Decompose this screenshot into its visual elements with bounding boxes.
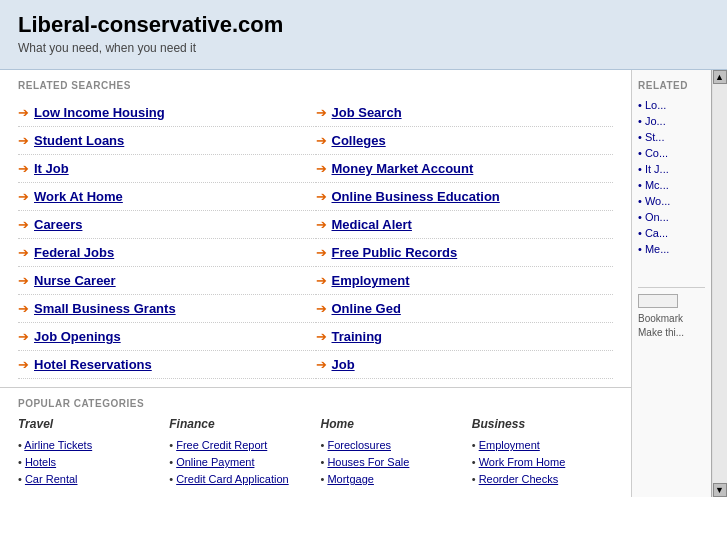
link-employment[interactable]: Employment bbox=[332, 273, 410, 288]
link-small-business-grants[interactable]: Small Business Grants bbox=[34, 301, 176, 316]
arrow-icon: ➔ bbox=[316, 105, 327, 120]
link-it-job[interactable]: It Job bbox=[34, 161, 69, 176]
link-online-business-education[interactable]: Online Business Education bbox=[332, 189, 500, 204]
list-item: ➔ Small Business Grants bbox=[18, 295, 316, 323]
category-finance-title: Finance bbox=[169, 417, 310, 431]
popular-categories-label: POPULAR CATEGORIES bbox=[18, 398, 613, 409]
link-free-credit-report[interactable]: Free Credit Report bbox=[176, 439, 267, 451]
scroll-down-button[interactable]: ▼ bbox=[713, 483, 727, 497]
list-item: ➔ Careers bbox=[18, 211, 316, 239]
sidebar-link[interactable]: Wo... bbox=[638, 193, 705, 209]
arrow-icon: ➔ bbox=[316, 217, 327, 232]
scroll-up-button[interactable]: ▲ bbox=[713, 70, 727, 84]
link-federal-jobs[interactable]: Federal Jobs bbox=[34, 245, 114, 260]
links-grid: ➔ Low Income Housing ➔ Student Loans ➔ I… bbox=[0, 99, 631, 379]
link-airline-tickets[interactable]: Airline Tickets bbox=[24, 439, 92, 451]
arrow-icon: ➔ bbox=[316, 245, 327, 260]
link-foreclosures[interactable]: Foreclosures bbox=[327, 439, 391, 451]
list-item: ➔ Federal Jobs bbox=[18, 239, 316, 267]
link-free-public-records[interactable]: Free Public Records bbox=[332, 245, 458, 260]
list-item: ➔ Low Income Housing bbox=[18, 99, 316, 127]
list-item: ➔ Nurse Career bbox=[18, 267, 316, 295]
sidebar-link[interactable]: On... bbox=[638, 209, 705, 225]
site-subtitle: What you need, when you need it bbox=[18, 41, 709, 55]
link-employment-cat[interactable]: Employment bbox=[479, 439, 540, 451]
list-item: ➔ Medical Alert bbox=[316, 211, 614, 239]
list-item: ➔ Training bbox=[316, 323, 614, 351]
site-title: Liberal-conservative.com bbox=[18, 12, 709, 38]
link-careers[interactable]: Careers bbox=[34, 217, 82, 232]
list-item: Houses For Sale bbox=[321, 453, 462, 470]
link-low-income-housing[interactable]: Low Income Housing bbox=[34, 105, 165, 120]
sidebar-link[interactable]: St... bbox=[638, 129, 705, 145]
link-training[interactable]: Training bbox=[332, 329, 383, 344]
arrow-icon: ➔ bbox=[316, 329, 327, 344]
category-business-title: Business bbox=[472, 417, 613, 431]
sidebar-link[interactable]: Jo... bbox=[638, 113, 705, 129]
list-item: Car Rental bbox=[18, 470, 159, 487]
bookmark-label: Bookmark bbox=[638, 312, 705, 326]
list-item: ➔ Hotel Reservations bbox=[18, 351, 316, 379]
arrow-icon: ➔ bbox=[18, 357, 29, 372]
link-credit-card-application[interactable]: Credit Card Application bbox=[176, 473, 289, 485]
link-job[interactable]: Job bbox=[332, 357, 355, 372]
arrow-icon: ➔ bbox=[18, 217, 29, 232]
arrow-icon: ➔ bbox=[18, 245, 29, 260]
list-item: Free Credit Report bbox=[169, 436, 310, 453]
list-item: ➔ Online Ged bbox=[316, 295, 614, 323]
link-work-from-home[interactable]: Work From Home bbox=[479, 456, 566, 468]
link-job-search[interactable]: Job Search bbox=[332, 105, 402, 120]
link-medical-alert[interactable]: Medical Alert bbox=[332, 217, 412, 232]
sidebar-link[interactable]: Ca... bbox=[638, 225, 705, 241]
sidebar-related-label: RELATED bbox=[638, 80, 705, 91]
list-item: ➔ Online Business Education bbox=[316, 183, 614, 211]
link-student-loans[interactable]: Student Loans bbox=[34, 133, 124, 148]
link-mortgage[interactable]: Mortgage bbox=[327, 473, 373, 485]
arrow-icon: ➔ bbox=[18, 161, 29, 176]
arrow-icon: ➔ bbox=[316, 301, 327, 316]
list-item: ➔ Job Search bbox=[316, 99, 614, 127]
sidebar-link[interactable]: Co... bbox=[638, 145, 705, 161]
page-header: Liberal-conservative.com What you need, … bbox=[0, 0, 727, 70]
link-hotels[interactable]: Hotels bbox=[25, 456, 56, 468]
sidebar-link[interactable]: It J... bbox=[638, 161, 705, 177]
arrow-icon: ➔ bbox=[18, 133, 29, 148]
arrow-icon: ➔ bbox=[316, 357, 327, 372]
link-job-openings[interactable]: Job Openings bbox=[34, 329, 121, 344]
category-travel: Travel Airline Tickets Hotels Car Rental bbox=[18, 417, 159, 487]
arrow-icon: ➔ bbox=[316, 133, 327, 148]
list-item: ➔ Student Loans bbox=[18, 127, 316, 155]
sidebar-link[interactable]: Lo... bbox=[638, 97, 705, 113]
category-home: Home Foreclosures Houses For Sale Mortga… bbox=[321, 417, 462, 487]
links-column-1: ➔ Low Income Housing ➔ Student Loans ➔ I… bbox=[18, 99, 316, 379]
scrollbar[interactable]: ▲ ▼ bbox=[711, 70, 727, 497]
link-online-ged[interactable]: Online Ged bbox=[332, 301, 401, 316]
link-money-market-account[interactable]: Money Market Account bbox=[332, 161, 474, 176]
list-item: Hotels bbox=[18, 453, 159, 470]
link-car-rental[interactable]: Car Rental bbox=[25, 473, 78, 485]
make-this-label: Make thi... bbox=[638, 326, 705, 340]
list-item: ➔ It Job bbox=[18, 155, 316, 183]
list-item: ➔ Job Openings bbox=[18, 323, 316, 351]
category-home-title: Home bbox=[321, 417, 462, 431]
arrow-icon: ➔ bbox=[18, 273, 29, 288]
link-nurse-career[interactable]: Nurse Career bbox=[34, 273, 116, 288]
category-travel-title: Travel bbox=[18, 417, 159, 431]
arrow-icon: ➔ bbox=[316, 273, 327, 288]
arrow-icon: ➔ bbox=[18, 301, 29, 316]
link-houses-for-sale[interactable]: Houses For Sale bbox=[327, 456, 409, 468]
link-colleges[interactable]: Colleges bbox=[332, 133, 386, 148]
sidebar-link[interactable]: Me... bbox=[638, 241, 705, 257]
list-item: ➔ Money Market Account bbox=[316, 155, 614, 183]
link-reorder-checks[interactable]: Reorder Checks bbox=[479, 473, 558, 485]
list-item: ➔ Work At Home bbox=[18, 183, 316, 211]
link-work-at-home[interactable]: Work At Home bbox=[34, 189, 123, 204]
list-item: ➔ Employment bbox=[316, 267, 614, 295]
link-hotel-reservations[interactable]: Hotel Reservations bbox=[34, 357, 152, 372]
arrow-icon: ➔ bbox=[316, 189, 327, 204]
link-online-payment[interactable]: Online Payment bbox=[176, 456, 254, 468]
list-item: Employment bbox=[472, 436, 613, 453]
sidebar-link[interactable]: Mc... bbox=[638, 177, 705, 193]
arrow-icon: ➔ bbox=[18, 329, 29, 344]
categories-grid: Travel Airline Tickets Hotels Car Rental… bbox=[18, 417, 613, 487]
